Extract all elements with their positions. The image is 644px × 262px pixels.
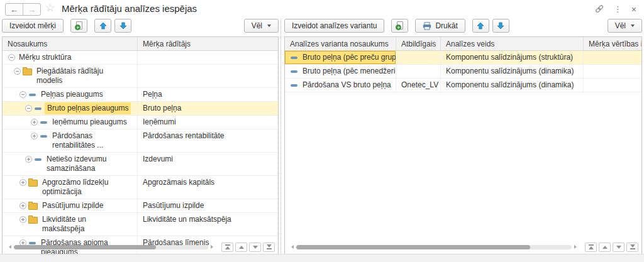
scroll-down-button[interactable] [613, 243, 625, 252]
scroll-to-bottom-button[interactable] [626, 243, 638, 252]
goal-indicator-cell[interactable]: Peļņa [138, 88, 278, 101]
panel-splitter[interactable] [280, 19, 281, 254]
goal-name-cell[interactable]: Netiešo izdevumu samazināšana [3, 153, 138, 175]
responsible-cell[interactable] [396, 65, 441, 78]
variant-row[interactable]: Bruto peļņa (pēc preču grupām)Komponentu… [285, 51, 641, 65]
goals-scroll-thumb[interactable] [14, 245, 156, 249]
variants-scroll-thumb[interactable] [296, 245, 530, 249]
goal-indicator-cell[interactable]: Likviditāte un maksātspēja [138, 213, 278, 236]
goal-name-cell[interactable]: Ieņēmumu pieaugums [3, 116, 138, 129]
variant-row[interactable]: Pārdošana VS bruto peļņaOnetec_LVKompone… [285, 79, 641, 92]
collapse-icon[interactable] [19, 91, 26, 98]
expand-icon[interactable] [25, 156, 32, 163]
favorite-star-icon[interactable]: ☆ [45, 1, 55, 14]
tree-row[interactable]: Netiešo izdevumu samazināšanaIzdevumi [3, 153, 278, 176]
scroll-left-icon[interactable] [7, 245, 11, 249]
variant-row[interactable]: Bruto peļņa (pēc menedžeriem)Komponentu … [285, 65, 641, 79]
scroll-to-bottom-button[interactable] [263, 243, 275, 252]
scroll-up-button[interactable] [235, 243, 247, 252]
goal-name-cell[interactable]: Pārdošanas rentabilitātes ... [3, 129, 138, 152]
collapse-icon[interactable] [8, 54, 15, 61]
goal-name-cell[interactable]: Mērķu struktūra [3, 51, 138, 64]
move-up-button[interactable] [94, 19, 111, 33]
goal-name-cell[interactable]: Apgrozāmo līdzekļu optimizācija [3, 176, 138, 199]
expand-icon[interactable] [31, 119, 38, 126]
variant-name-cell[interactable]: Bruto peļņa (pēc preču grupām) [285, 51, 396, 64]
move-down-button[interactable] [114, 19, 131, 33]
goal-indicator-cell[interactable]: Bruto peļņa [138, 102, 278, 115]
close-icon[interactable]: × [631, 5, 636, 14]
goal-name-cell[interactable]: Bruto peļņas pieaugums [3, 102, 138, 115]
create-variant-by-copy-button[interactable] [391, 19, 408, 33]
tree-row[interactable]: Piegādātais rādītāju modelis [3, 65, 278, 88]
expand-icon[interactable] [19, 216, 26, 223]
expand-icon[interactable] [31, 133, 38, 139]
move-variant-down-button[interactable] [492, 19, 509, 33]
goals-scroll-track[interactable] [14, 245, 208, 249]
variants-scroll-track[interactable] [296, 245, 572, 249]
column-header-analysis-type[interactable]: Analīzes veids [441, 37, 584, 50]
variant-name-cell[interactable]: Pārdošana VS bruto peļņa [285, 79, 396, 92]
goal-indicator-cell[interactable] [138, 51, 278, 64]
analysis-type-cell[interactable]: Komponentu salīdzinājums (dinamika) [441, 79, 584, 92]
expand-icon[interactable] [19, 202, 26, 209]
variant-name-cell[interactable]: Bruto peļņa (pēc menedžeriem) [285, 65, 396, 78]
goal-indicator-cell[interactable]: Apgrozāmais kapitāls [138, 176, 278, 199]
scroll-down-button[interactable] [249, 243, 261, 252]
goal-indicator-cell[interactable] [138, 65, 278, 87]
tree-row[interactable]: Likviditāte un maksātspējaLikviditāte un… [3, 213, 278, 236]
tree-row[interactable]: Peļņas pieaugumsPeļņa [3, 88, 278, 102]
tree-row[interactable]: Apgrozāmo līdzekļu optimizācijaApgrozāma… [3, 176, 278, 199]
responsible-cell[interactable] [396, 51, 441, 64]
goal-indicator-cell[interactable]: Ieņēmumi [138, 116, 278, 129]
create-by-copy-button[interactable] [70, 19, 87, 33]
link-icon[interactable] [594, 4, 604, 15]
target-value-cell[interactable] [584, 79, 641, 92]
scroll-to-top-button[interactable] [221, 243, 233, 252]
column-header-responsible[interactable]: Atbildīgais↓ [396, 37, 441, 50]
goal-indicator-cell[interactable]: Izdevumi [138, 153, 278, 175]
goal-name-cell[interactable]: Peļņas pieaugums [3, 88, 138, 101]
create-goal-button[interactable]: Izveidot mērķi [2, 19, 64, 33]
expand-icon[interactable] [19, 179, 26, 186]
goal-indicator-cell[interactable]: Pārdošanas rentabilitāte [138, 129, 278, 152]
tree-row[interactable]: Ieņēmumu pieaugumsIeņēmumi [3, 116, 278, 129]
collapse-icon[interactable] [25, 105, 32, 112]
tree-row[interactable]: Bruto peļņas pieaugumsBruto peļņa [3, 102, 278, 116]
create-analysis-variant-button[interactable]: Izveidot analīzes variantu [284, 19, 384, 33]
scroll-up-button[interactable] [599, 243, 611, 252]
goal-name-cell[interactable]: Pasūtījumu izpilde [3, 199, 138, 212]
scroll-right-icon[interactable] [574, 245, 579, 249]
scroll-to-top-button[interactable] [585, 243, 597, 252]
analysis-type-cell[interactable]: Komponentu salīdzinājums (dinamika) [441, 65, 584, 78]
column-header-merka-raditajs[interactable]: Mērķa rādītājs [138, 37, 278, 50]
goal-name-cell[interactable]: Piegādātais rādītāju modelis [3, 65, 138, 87]
collapse-icon[interactable] [14, 68, 21, 75]
target-value-cell[interactable] [584, 51, 641, 64]
tree-row[interactable]: Mērķu struktūra [3, 51, 278, 65]
responsible-cell[interactable]: Onetec_LV [396, 79, 441, 92]
goals-hscroll [7, 242, 275, 252]
back-button[interactable]: ← [6, 4, 23, 15]
forward-button[interactable]: → [23, 4, 40, 15]
goal-name-cell[interactable]: Likviditāte un maksātspēja [3, 213, 138, 236]
column-header-variant-name[interactable]: Analīzes varianta nosaukums [285, 37, 396, 50]
variants-more-button[interactable]: Vēl [608, 19, 642, 33]
scroll-right-icon[interactable] [211, 245, 215, 249]
scroll-left-icon[interactable] [289, 245, 294, 249]
variant-name-label: Pārdošana VS bruto peļņa [301, 80, 391, 90]
analysis-type-cell[interactable]: Komponentu salīdzinājums (struktūra) [441, 51, 584, 64]
tree-row[interactable]: Pasūtījumu izpildePasūtījumu izpilde [3, 199, 278, 213]
goal-indicator-cell[interactable]: Pasūtījumu izpilde [138, 199, 278, 212]
goals-more-button[interactable]: Vēl [244, 19, 279, 33]
tree-row[interactable]: Pārdošanas rentabilitātes ...Pārdošanas … [3, 129, 278, 153]
variants-table: Analīzes varianta nosaukums Atbildīgais↓… [284, 36, 642, 254]
print-button[interactable]: Drukāt [415, 19, 465, 33]
target-value-cell[interactable] [584, 65, 641, 78]
printer-icon [423, 22, 431, 30]
column-header-target-value[interactable]: Mērķa vērtības ies [584, 37, 641, 50]
move-variant-up-button[interactable] [472, 19, 489, 33]
more-menu-icon[interactable]: ⋮ [614, 5, 622, 14]
goal-indicator-icon [40, 121, 47, 124]
column-header-nosaukums[interactable]: Nosaukums [3, 37, 138, 50]
